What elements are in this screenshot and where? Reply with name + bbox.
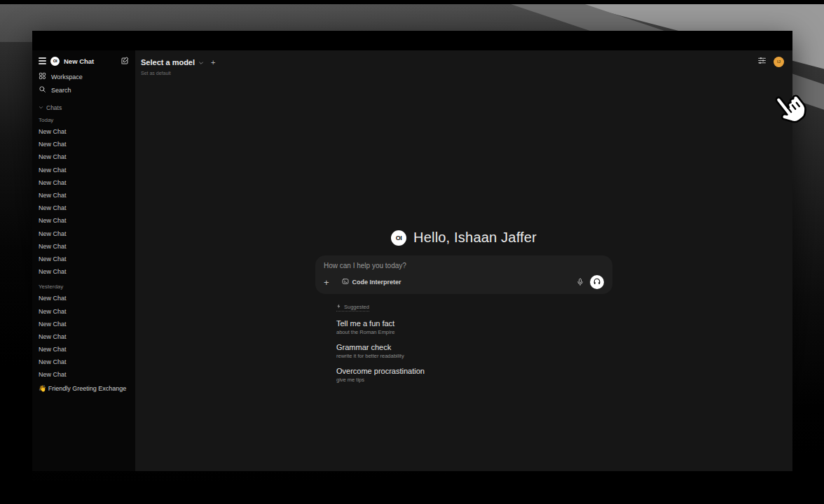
microphone-icon[interactable] <box>576 278 584 286</box>
chat-item[interactable]: New Chat <box>39 265 129 278</box>
sidebar-item-search[interactable]: Search <box>39 83 129 97</box>
chat-item[interactable]: New Chat <box>39 125 129 138</box>
code-interpreter-toggle[interactable]: Code Interpreter <box>342 278 401 286</box>
sidebar: OI New Chat Workspace <box>32 50 135 471</box>
chat-item[interactable]: New Chat <box>39 164 129 176</box>
chat-item[interactable]: New Chat <box>39 214 129 227</box>
voice-call-button[interactable] <box>590 275 604 289</box>
add-model-button[interactable]: + <box>211 58 215 66</box>
sidebar-item-label: Workspace <box>51 74 83 80</box>
app-logo: OI <box>50 57 60 66</box>
controls-sliders-icon[interactable] <box>757 55 767 68</box>
suggested-prompt[interactable]: Grammar check rewrite it for better read… <box>336 343 612 359</box>
user-avatar[interactable]: IJ <box>774 57 784 67</box>
search-icon <box>39 85 46 94</box>
chats-section-label: Chats <box>46 104 62 111</box>
suggested-prompt[interactable]: Tell me a fun fact about the Roman Empir… <box>336 319 612 335</box>
desktop-background-bottom <box>0 482 824 504</box>
code-interpreter-label: Code Interpreter <box>352 279 401 286</box>
chat-item[interactable]: New Chat <box>39 318 129 330</box>
chat-item[interactable]: New Chat <box>39 240 129 253</box>
chat-item[interactable]: New Chat <box>39 150 129 163</box>
chat-item[interactable]: New Chat <box>39 176 129 189</box>
headphones-icon <box>593 276 601 288</box>
chat-groups: TodayNew ChatNew ChatNew ChatNew ChatNew… <box>39 117 129 382</box>
sidebar-item-label: Search <box>51 87 71 94</box>
composer-input[interactable]: How can I help you today? <box>324 262 604 270</box>
suggested-label: Suggested <box>336 304 369 312</box>
chat-item[interactable]: New Chat <box>39 292 129 304</box>
chat-item[interactable]: New Chat <box>39 227 129 240</box>
chat-item[interactable]: New Chat <box>39 202 129 214</box>
sidebar-item-workspace[interactable]: Workspace <box>39 70 129 83</box>
main-panel: Select a model + Set as default IJ <box>135 50 792 471</box>
app-logo: OI <box>391 230 406 246</box>
chats-section-toggle[interactable]: Chats <box>39 104 129 111</box>
greeting-title: Hello, Ishaan Jaffer <box>413 230 537 246</box>
chat-item[interactable]: New Chat <box>39 330 129 343</box>
attach-plus-button[interactable]: + <box>324 278 329 287</box>
chat-item[interactable]: New Chat <box>39 343 129 356</box>
chat-item[interactable]: New Chat <box>39 368 129 381</box>
chat-item[interactable]: New Chat <box>39 356 129 368</box>
set-as-default-button[interactable]: Set as default <box>141 71 215 76</box>
chat-item-pinned[interactable]: 👋 Friendly Greeting Exchange <box>39 382 129 395</box>
chat-item[interactable]: New Chat <box>39 253 129 265</box>
chat-group-label: Yesterday <box>39 284 129 290</box>
model-selector-label: Select a model <box>141 58 195 66</box>
chevron-down-icon <box>39 104 43 111</box>
chevron-down-icon <box>198 56 204 69</box>
app-window: OI New Chat Workspace <box>32 31 792 471</box>
code-interpreter-icon <box>342 278 349 286</box>
bolt-icon <box>336 304 341 310</box>
chat-item[interactable]: New Chat <box>39 304 129 317</box>
chat-item[interactable]: New Chat <box>39 138 129 150</box>
chat-group-label: Today <box>39 117 129 123</box>
sidebar-title: New Chat <box>64 57 116 65</box>
desktop-background-left-shade <box>0 42 32 504</box>
chat-item[interactable]: New Chat <box>39 189 129 202</box>
suggested-section: Suggested Tell me a fun fact about the R… <box>315 299 612 383</box>
suggested-prompt[interactable]: Overcome procrastination give me tips <box>336 367 612 383</box>
grid-icon <box>39 72 46 81</box>
composer[interactable]: How can I help you today? + Code Interpr… <box>315 255 612 294</box>
model-selector[interactable]: Select a model + <box>141 56 215 69</box>
sidebar-toggle-icon[interactable] <box>39 57 46 64</box>
new-chat-compose-icon[interactable] <box>121 57 129 65</box>
window-titlebar <box>32 31 792 50</box>
